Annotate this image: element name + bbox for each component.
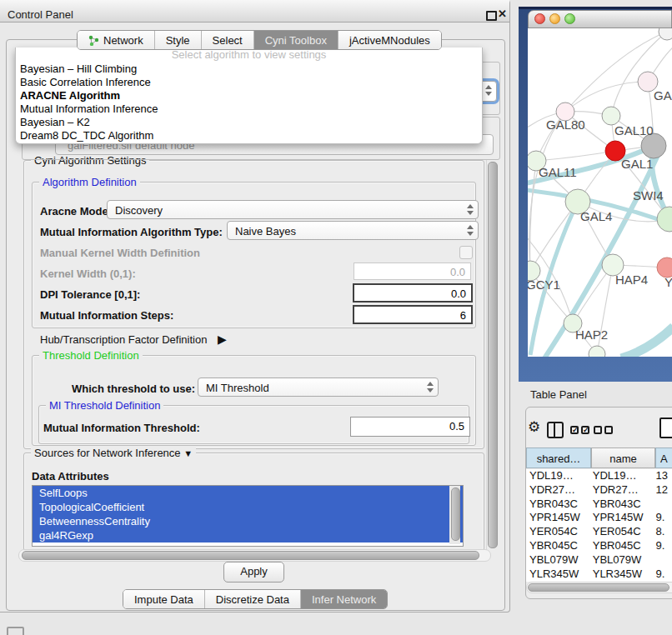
mi-steps-field[interactable]: 6: [353, 305, 473, 324]
dpi-tolerance-label: DPI Tolerance [0,1]:: [40, 288, 140, 301]
table-row[interactable]: YDR27…YDR27…12: [526, 483, 672, 498]
tab-cyni-toolbox[interactable]: Cyni Toolbox: [253, 31, 338, 49]
dropdown-item[interactable]: Dream8 DC_TDC Algorithm: [16, 129, 482, 142]
table-body[interactable]: YDL19…YDL19…13 YDR27…YDR27…12 YBR043CYBR…: [526, 469, 672, 582]
kernel-width-label: Kernel Width (0,1):: [40, 268, 136, 280]
aracne-mode-combobox[interactable]: Discovery: [107, 200, 479, 219]
table-row[interactable]: YPR145WYPR145W9.: [526, 511, 672, 525]
select-all-icon[interactable]: ✓ ✓: [570, 426, 589, 434]
table-row[interactable]: YBR043CYBR043C: [526, 498, 672, 512]
table-hscrollbar-thumb[interactable]: [528, 583, 669, 592]
node-top-partial[interactable]: [659, 28, 672, 40]
network-canvas[interactable]: GAL GAL80 GAL10 GAL1 GAL11 SWI4 GAL4 GCY…: [528, 28, 672, 357]
gear-icon[interactable]: ⚙: [528, 418, 540, 436]
node-label: GCY1: [528, 278, 560, 292]
settings-vscrollbar-thumb[interactable]: [488, 162, 498, 548]
table-row[interactable]: YBL079WYBL079W: [526, 553, 672, 568]
control-panel-title: Control Panel: [8, 8, 73, 21]
float-window-icon[interactable]: [486, 11, 497, 21]
maximize-traffic-light-icon[interactable]: [564, 13, 575, 24]
mi-threshold-label: Mutual Information Threshold:: [43, 422, 200, 434]
column-header-partial[interactable]: A: [655, 448, 672, 468]
node-label: GAL4: [580, 209, 612, 223]
node-label: SWI4: [633, 188, 664, 202]
table-row[interactable]: YER054CYER054C8.: [526, 525, 672, 539]
sources-title[interactable]: Sources for Network Inference ▼: [31, 447, 196, 460]
mi-type-combobox[interactable]: Naive Bayes: [227, 221, 479, 240]
tab-infer-network-label: Infer Network: [312, 593, 376, 606]
which-threshold-combobox[interactable]: MI Threshold: [198, 378, 439, 397]
tab-select-label: Select: [213, 34, 243, 47]
tab-discretize-data[interactable]: Discretize Data: [204, 590, 300, 608]
tab-style[interactable]: Style: [154, 31, 201, 49]
node-label: GAL11: [539, 165, 577, 179]
node-label: GAL10: [614, 123, 654, 138]
tab-cyni-toolbox-label: Cyni Toolbox: [265, 34, 327, 47]
node-label: GAL: [654, 88, 672, 102]
algorithm-dropdown-popup: Select algorithm to view settings Bayesi…: [15, 48, 483, 144]
tab-jactivemnodules[interactable]: jActiveMNodules: [338, 31, 441, 49]
network-tab-icon: [88, 35, 99, 46]
deselect-all-icon[interactable]: [594, 426, 613, 434]
new-table-icon[interactable]: [659, 418, 672, 438]
manual-kernel-label: Manual Kernel Width Definition: [40, 247, 200, 259]
manual-kernel-checkbox: [459, 246, 473, 259]
dropdown-item[interactable]: Bayesian – K2: [16, 116, 482, 129]
close-traffic-light-icon[interactable]: [534, 13, 545, 24]
which-threshold-value: MI Threshold: [206, 382, 269, 394]
node-label: Y: [664, 275, 672, 289]
combo-stepper-icon: [425, 381, 434, 393]
data-attributes-label: Data Attributes: [32, 470, 109, 482]
table-row[interactable]: YLR345WYLR345W9.: [526, 568, 672, 582]
column-header-name[interactable]: name: [591, 448, 655, 468]
tab-network[interactable]: Network: [78, 31, 154, 49]
attribute-item[interactable]: SelfLoops: [33, 486, 463, 500]
tab-style-label: Style: [166, 34, 190, 47]
minimize-traffic-light-icon[interactable]: [549, 13, 560, 24]
hub-definition-toggle[interactable]: Hub/Transcription Factor Definition ▶: [40, 332, 227, 346]
control-panel-titlebar: [0, 0, 509, 22]
dropdown-item[interactable]: Bayesian – Hill Climbing: [16, 62, 482, 76]
close-icon[interactable]: ✕: [498, 8, 507, 20]
aracne-mode-label: Aracne Mode:: [40, 205, 112, 218]
node-gal10[interactable]: [602, 107, 620, 125]
list-vscrollbar-thumb[interactable]: [451, 488, 460, 541]
column-layout-icon[interactable]: [547, 422, 564, 438]
combo-stepper-icon: [465, 224, 474, 237]
bottom-tabbar: Impute Data Discretize Data Infer Networ…: [123, 589, 388, 609]
dropdown-item[interactable]: Basic Correlation Inference: [16, 76, 482, 89]
node-label: GAL80: [546, 118, 585, 132]
table-row[interactable]: YDL19…YDL19…13: [526, 469, 672, 483]
sources-title-text: Sources for Network Inference: [34, 447, 181, 459]
attribute-item[interactable]: BetweennessCentrality: [33, 514, 463, 528]
hub-definition-label: Hub/Transcription Factor Definition: [40, 333, 207, 346]
tab-impute-data[interactable]: Impute Data: [123, 590, 204, 608]
dropdown-item[interactable]: Mutual Information Inference: [16, 102, 482, 116]
table-row[interactable]: YBR045CYBR045C9.: [526, 539, 672, 553]
algorithm-definition-title: Algorithm Definition: [39, 176, 140, 188]
mi-steps-label: Mutual Information Steps:: [40, 309, 173, 322]
aracne-mode-value: Discovery: [115, 204, 163, 217]
node-label: GAL1: [621, 157, 653, 171]
apply-button[interactable]: Apply: [223, 562, 284, 582]
settings-hscrollbar-thumb[interactable]: [22, 551, 479, 560]
table-panel-title: Table Panel: [530, 388, 587, 401]
control-panel-tabbar: Network Style Select Cyni Toolbox jActiv…: [77, 30, 442, 50]
column-header-shared-name[interactable]: shared…: [526, 448, 591, 468]
dropdown-item-selected[interactable]: ARACNE Algorithm: [16, 89, 482, 102]
node-swi4[interactable]: [657, 207, 672, 232]
tab-impute-data-label: Impute Data: [134, 593, 193, 606]
mi-threshold-group-title: MI Threshold Definition: [46, 399, 163, 412]
which-threshold-label: Which threshold to use:: [72, 382, 195, 395]
mi-threshold-field[interactable]: 0.5: [350, 417, 470, 437]
tab-network-label: Network: [103, 34, 143, 47]
data-attributes-list: SelfLoops TopologicalCoefficient Between…: [32, 485, 464, 547]
tab-infer-network[interactable]: Infer Network: [300, 590, 387, 608]
collapsed-panel-icon[interactable]: [7, 627, 24, 635]
attribute-item[interactable]: TopologicalCoefficient: [33, 500, 463, 514]
dpi-tolerance-field[interactable]: 0.0: [353, 283, 473, 302]
node-label: HAP4: [615, 272, 648, 287]
collapse-arrow-icon: ▼: [183, 448, 193, 458]
tab-select[interactable]: Select: [201, 31, 253, 49]
attribute-item[interactable]: gal4RGexp: [33, 528, 463, 542]
